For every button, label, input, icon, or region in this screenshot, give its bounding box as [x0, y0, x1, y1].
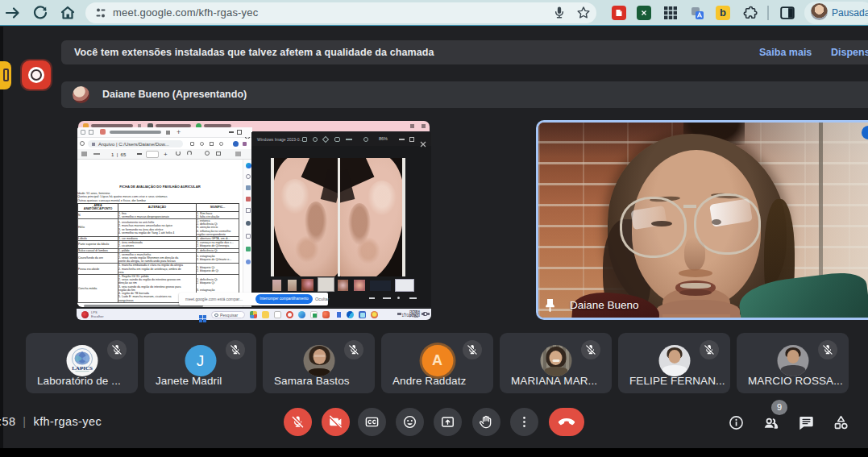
svg-text:LAPICS: LAPICS — [72, 365, 93, 372]
